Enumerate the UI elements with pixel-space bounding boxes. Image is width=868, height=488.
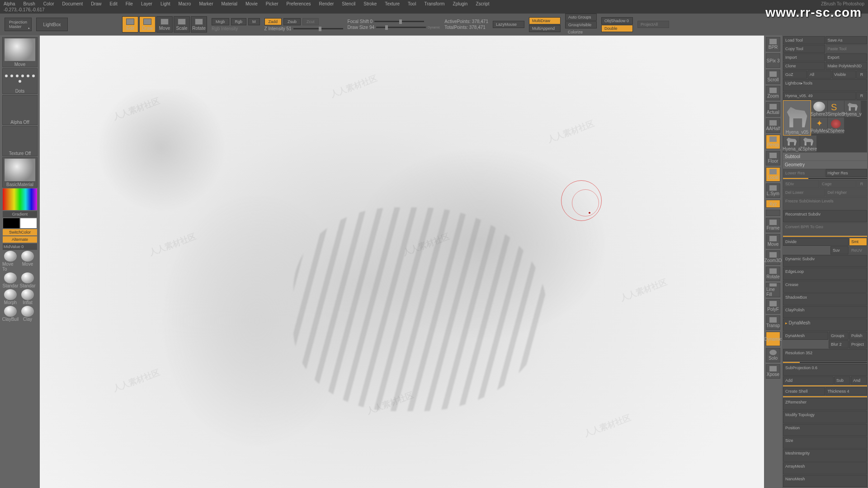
material-thumb[interactable]: BasicMaterial <box>2 157 38 188</box>
divide-button[interactable]: Divide <box>783 238 849 246</box>
dynamesh-button[interactable]: DynaMesh <box>783 332 828 340</box>
menu-picker[interactable]: Picker <box>266 1 278 6</box>
menu-preferences[interactable]: Preferences <box>287 1 311 6</box>
texture-thumb[interactable]: Texture Off <box>2 126 38 156</box>
color-picker[interactable] <box>3 188 37 210</box>
subtool-header[interactable]: Subtool <box>783 153 867 160</box>
persp-button[interactable]: Persp <box>766 135 780 149</box>
zoom3d-button[interactable]: Zoom3D <box>766 250 780 265</box>
suv-button[interactable]: Suv <box>830 246 849 254</box>
multidraw-button[interactable]: MultiDraw <box>529 17 561 24</box>
menu-document[interactable]: Document <box>62 1 83 6</box>
thumb-zsphere2[interactable]: ZSphere <box>800 136 816 152</box>
stroke-thumb[interactable]: Dots <box>2 68 38 94</box>
linefill-button[interactable]: Line Fill <box>766 283 780 297</box>
sdiv-r-button[interactable]: R <box>856 180 867 188</box>
thumb-hyena-v05[interactable]: Hyena_v05 <box>783 101 811 135</box>
brush-inflat[interactable]: Inflat <box>19 289 36 305</box>
convert-slider[interactable] <box>783 236 867 237</box>
focal-shift-slider[interactable] <box>374 21 424 22</box>
local-button[interactable]: Local <box>766 167 780 182</box>
brush-standard2[interactable]: Standar <box>19 272 36 288</box>
solo-button[interactable]: Solo <box>766 348 780 362</box>
brush-moveto[interactable]: Move To <box>2 251 19 272</box>
resolution-slider[interactable]: Resolution 352 <box>783 349 867 361</box>
rotate-button[interactable]: Rotate <box>191 16 207 33</box>
multiappend-button[interactable]: MultiAppend <box>529 25 561 32</box>
swatch-white[interactable] <box>20 218 37 228</box>
smt-button[interactable]: Smt <box>849 238 867 246</box>
sdiv-slider[interactable] <box>783 178 867 179</box>
export-button[interactable]: Export <box>826 53 868 61</box>
menu-zscript[interactable]: Zscript <box>476 1 489 6</box>
bpr-button[interactable]: BPR <box>766 37 780 52</box>
objshadow-button[interactable]: ObjShadow 0 <box>601 17 633 24</box>
add-button[interactable]: Add <box>783 376 834 385</box>
rgb-button[interactable]: Rgb <box>231 18 247 25</box>
size-header[interactable]: Size <box>783 436 867 449</box>
xpose-button[interactable]: Xpose <box>766 364 780 379</box>
m-button[interactable]: M <box>248 18 260 25</box>
zsub-button[interactable]: Zsub <box>283 18 301 25</box>
subprojection-slider[interactable]: SubProjection 0.6 <box>783 364 867 376</box>
menu-zplugin[interactable]: Zplugin <box>453 1 468 6</box>
menu-transform[interactable]: Transform <box>424 1 444 6</box>
goz-button[interactable]: GoZ <box>783 70 807 79</box>
gradient-button[interactable]: Gradient <box>3 211 37 217</box>
edgeloop-header[interactable]: EdgeLoop <box>783 267 867 280</box>
copytool-button[interactable]: Copy Tool <box>783 45 825 53</box>
menu-light[interactable]: Light <box>160 1 170 6</box>
dellower-button[interactable]: Del Lower <box>783 188 825 197</box>
transp-button[interactable]: Transp <box>766 315 780 330</box>
z-intensity-slider[interactable] <box>293 28 343 29</box>
crease-header[interactable]: Crease <box>783 281 867 293</box>
menu-stencil[interactable]: Stencil <box>342 1 355 6</box>
lazymouse-button[interactable]: LazyMouse <box>493 21 524 28</box>
brush-standard1[interactable]: Standar <box>2 272 19 288</box>
tool-name-field[interactable]: Hyena_v05. 49 <box>783 92 856 100</box>
lowerres-button[interactable]: Lower Res <box>783 169 825 177</box>
reconstruct-button[interactable]: Reconstruct Subdiv <box>783 210 867 222</box>
mrgb-button[interactable]: Mrgb <box>212 18 229 25</box>
shadowbox-header[interactable]: ShadowBox <box>783 293 867 305</box>
autogroups-button[interactable]: Auto Groups <box>565 14 597 21</box>
edit-button[interactable]: Edit <box>122 16 138 33</box>
cage-button[interactable]: Cage <box>820 180 856 188</box>
aahalf-button[interactable]: AAHalf <box>766 118 780 133</box>
alpha-thumb[interactable]: Alpha Off <box>2 95 38 125</box>
tool-r-button[interactable]: R <box>856 92 867 100</box>
menu-tool[interactable]: Tool <box>408 1 416 6</box>
position-header[interactable]: Position <box>783 424 867 436</box>
thickness-slider[interactable]: Thickness 4 <box>826 387 868 395</box>
move3d-button[interactable]: Move <box>766 234 780 249</box>
menu-macro[interactable]: Macro <box>179 1 191 6</box>
freeze-subdiv-button[interactable]: Freeze SubDivision Levels <box>783 197 867 209</box>
clone-button[interactable]: Clone <box>783 62 825 70</box>
zadd-button[interactable]: Zadd <box>264 18 282 25</box>
groupvisible-button[interactable]: GroupVisible <box>565 21 597 28</box>
lightbox-tools-button[interactable]: Lightbox▸Tools <box>783 79 867 91</box>
dynamic-button[interactable]: Dynamic <box>766 332 780 346</box>
thumb-simpleb[interactable]: SSimpleB <box>828 101 844 117</box>
sub-button[interactable]: Sub <box>834 376 850 385</box>
dynamesh-header[interactable]: ▸ DynaMesh <box>783 319 867 331</box>
goz-r-button[interactable]: R <box>856 70 867 79</box>
menu-render[interactable]: Render <box>319 1 334 6</box>
spix-button[interactable]: SPix 3 <box>766 53 780 68</box>
move-button[interactable]: Move <box>156 16 173 33</box>
lsym-button[interactable]: L.Sym <box>766 183 780 198</box>
menu-file[interactable]: File <box>126 1 133 6</box>
brush-move[interactable]: Move <box>19 251 36 272</box>
swatch-black[interactable] <box>3 218 19 228</box>
midvalue-label[interactable]: MidValue 0 <box>3 244 37 250</box>
saveas-button[interactable]: Save As <box>826 36 868 44</box>
createshell-button[interactable]: Create Shell <box>783 387 825 395</box>
loadtool-button[interactable]: Load Tool <box>783 36 825 44</box>
zremesher-header[interactable]: ZRemesher <box>783 398 867 410</box>
menu-color[interactable]: Color <box>43 1 54 6</box>
arraymesh-header[interactable]: ArrayMesh <box>783 462 867 474</box>
import-button[interactable]: Import <box>783 53 825 61</box>
menu-brush[interactable]: Brush <box>24 1 35 6</box>
delhigher-button[interactable]: Del Higher <box>826 188 868 197</box>
modifytopology-header[interactable]: Modify Topology <box>783 411 867 423</box>
